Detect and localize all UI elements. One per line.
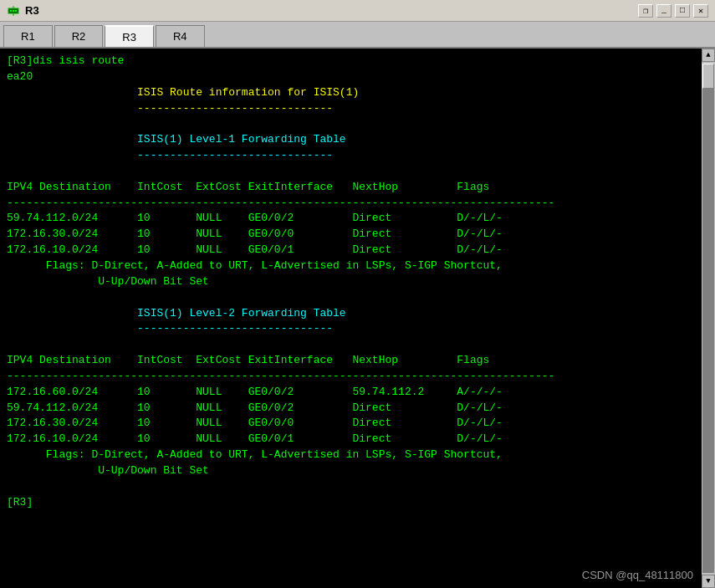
window-title-group: R3 [7,4,39,18]
line-route2: 172.16.30.0/24 10 NULL GE0/0/0 Direct D/… [7,227,695,243]
line-route6: 172.16.30.0/24 10 NULL GE0/0/0 Direct D/… [7,416,695,432]
terminal-wrapper: R3 172.16.30.2/1 GE 0/0/0 GE 0/0/0 GE 0/… [0,49,715,588]
line-level1-header: ISIS(1) Level-1 Forwarding Table [7,132,695,148]
line-col-header1: IPV4 Destination IntCost ExtCost ExitInt… [7,180,695,196]
line-flags2b: U-Up/Down Bit Set [7,463,695,479]
line-sep2: ------------------------------ [7,148,695,164]
line-sep3: ----------------------------------------… [7,196,695,212]
line-prompt: [R3]​ [7,495,695,511]
line-sep5: ----------------------------------------… [7,369,695,385]
scrollbar: ▲ ▼ [702,49,715,588]
line-flags1: Flags: D-Direct, A-Added to URT, L-Adver… [7,258,695,274]
line-level2-header: ISIS(1) Level-2 Forwarding Table [7,306,695,322]
tab-r3[interactable]: R3 [105,25,154,47]
line-ea20: ea20 [7,69,695,85]
line-blank3 [7,290,695,306]
close-button[interactable]: ✕ [693,4,708,18]
svg-rect-3 [15,10,17,12]
restore-button[interactable]: ❐ [638,4,653,18]
terminal[interactable]: R3 172.16.30.2/1 GE 0/0/0 GE 0/0/0 GE 0/… [0,49,702,588]
line-blank1 [7,116,695,132]
line-sep1: ------------------------------ [7,101,695,117]
tab-bar: R1 R2 R3 R4 [0,22,715,49]
router-icon [7,4,20,18]
csdn-watermark: CSDN @qq_48111800 [582,569,693,581]
scroll-track[interactable] [702,64,714,573]
line-isis-header: ISIS Route information for ISIS(1) [7,85,695,101]
line-blank5 [7,479,695,495]
window-controls: ❐ _ □ ✕ [638,4,708,18]
tab-r2[interactable]: R2 [54,25,104,47]
line-blank2 [7,164,695,180]
line-route5: 59.74.112.0/24 10 NULL GE0/0/2 Direct D/… [7,401,695,417]
scroll-thumb[interactable] [702,64,714,89]
maximize-button[interactable]: □ [675,4,690,18]
line-sep4: ------------------------------ [7,321,695,337]
line-route3: 172.16.10.0/24 10 NULL GE0/0/1 Direct D/… [7,243,695,258]
line-route7: 172.16.10.0/24 10 NULL GE0/0/1 Direct D/… [7,432,695,447]
tab-r4[interactable]: R4 [156,25,205,47]
line-flags1b: U-Up/Down Bit Set [7,274,695,290]
line-col-header2: IPV4 Destination IntCost ExtCost ExitInt… [7,353,695,369]
svg-rect-1 [10,10,12,12]
line-route1: 59.74.112.0/24 10 NULL GE0/0/2 Direct D/… [7,211,695,227]
window-titlebar: R3 ❐ _ □ ✕ [0,0,715,22]
minimize-button[interactable]: _ [656,4,672,18]
tab-r1[interactable]: R1 [3,25,53,47]
svg-rect-2 [13,10,14,12]
scroll-down-arrow[interactable]: ▼ [702,575,715,588]
line-flags2: Flags: D-Direct, A-Added to URT, L-Adver… [7,447,695,463]
scroll-up-arrow[interactable]: ▲ [702,49,715,62]
line-route4: 172.16.60.0/24 10 NULL GE0/0/2 59.74.112… [7,385,695,401]
title-text: R3 [25,4,39,17]
line-blank4 [7,337,695,353]
line-command: [R3]dis isis route [7,54,695,69]
